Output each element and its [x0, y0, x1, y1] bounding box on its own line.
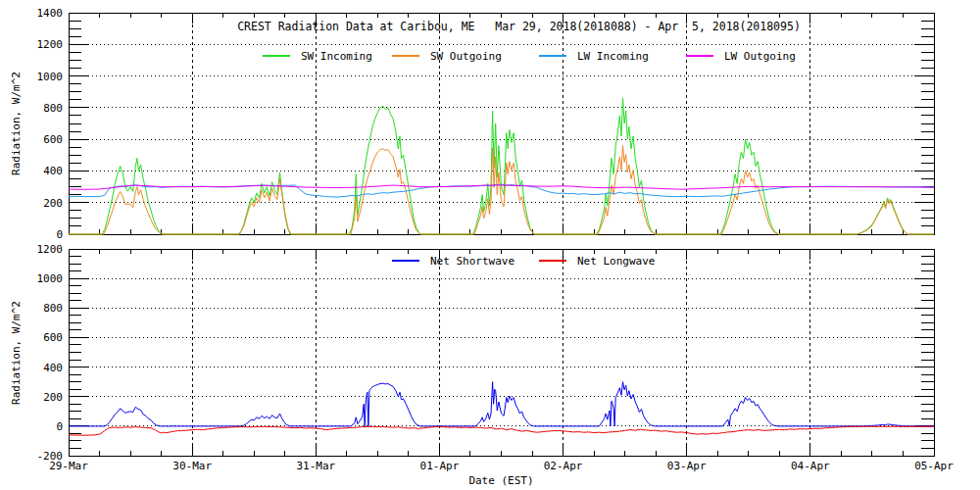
- svg-text:04-Apr: 04-Apr: [791, 460, 830, 472]
- chart-canvas: 0200400600800100012001400-20002004006008…: [0, 0, 980, 490]
- legend-item-lw-outgoing: LW Outgoing: [686, 50, 796, 63]
- svg-text:05-Apr: 05-Apr: [914, 460, 954, 472]
- svg-text:29-Mar: 29-Mar: [49, 460, 88, 472]
- svg-text:400: 400: [43, 165, 63, 177]
- svg-text:1000: 1000: [37, 71, 64, 83]
- legend-item-sw-incoming: SW Incoming: [263, 50, 372, 63]
- x-axis-label: Date (EST): [69, 474, 934, 487]
- radiation-figure: 0200400600800100012001400-20002004006008…: [0, 0, 980, 490]
- svg-text:1200: 1200: [37, 243, 64, 256]
- legend-label-lw-outgoing: LW Outgoing: [724, 50, 796, 63]
- svg-text:01-Apr: 01-Apr: [420, 460, 460, 472]
- svg-text:0: 0: [56, 228, 63, 241]
- svg-text:200: 200: [43, 391, 63, 404]
- legend-item-net-shortwave: Net Shortwave: [392, 255, 514, 268]
- legend-label-net-longwave: Net Longwave: [577, 255, 655, 268]
- svg-text:02-Apr: 02-Apr: [544, 460, 583, 472]
- svg-text:600: 600: [43, 133, 63, 146]
- svg-text:1000: 1000: [37, 272, 64, 285]
- legend-item-sw-outgoing: SW Outgoing: [392, 50, 502, 63]
- legend-item-lw-incoming: LW Incoming: [539, 50, 649, 63]
- svg-text:30-Mar: 30-Mar: [172, 460, 212, 472]
- legend-label-lw-incoming: LW Incoming: [577, 50, 649, 63]
- legend-label-sw-outgoing: SW Outgoing: [430, 50, 502, 63]
- svg-text:1200: 1200: [37, 38, 64, 51]
- svg-text:600: 600: [43, 331, 63, 344]
- svg-text:400: 400: [43, 362, 63, 374]
- svg-text:31-Mar: 31-Mar: [296, 460, 335, 472]
- svg-text:200: 200: [43, 197, 63, 210]
- bottom-y-axis-label: Radiation, W/m^2: [10, 301, 23, 405]
- legend-line-lw-outgoing: [686, 55, 713, 57]
- legend-line-lw-incoming: [539, 55, 566, 57]
- legend-label-net-shortwave: Net Shortwave: [430, 255, 514, 268]
- legend-item-net-longwave: Net Longwave: [539, 255, 655, 268]
- svg-text:800: 800: [43, 302, 63, 315]
- legend-line-net-longwave: [539, 260, 566, 262]
- top-y-axis-label: Radiation, W/m^2: [10, 72, 23, 175]
- legend-label-sw-incoming: SW Incoming: [301, 50, 372, 63]
- svg-text:0: 0: [56, 420, 63, 433]
- legend-line-sw-outgoing: [392, 55, 419, 57]
- legend-line-sw-incoming: [263, 55, 290, 57]
- svg-text:1400: 1400: [37, 7, 64, 20]
- legend-line-net-shortwave: [392, 260, 419, 262]
- chart-title: CREST Radiation Data at Caribou, ME Mar …: [86, 21, 952, 33]
- svg-text:800: 800: [43, 102, 63, 115]
- svg-text:03-Apr: 03-Apr: [667, 460, 707, 472]
